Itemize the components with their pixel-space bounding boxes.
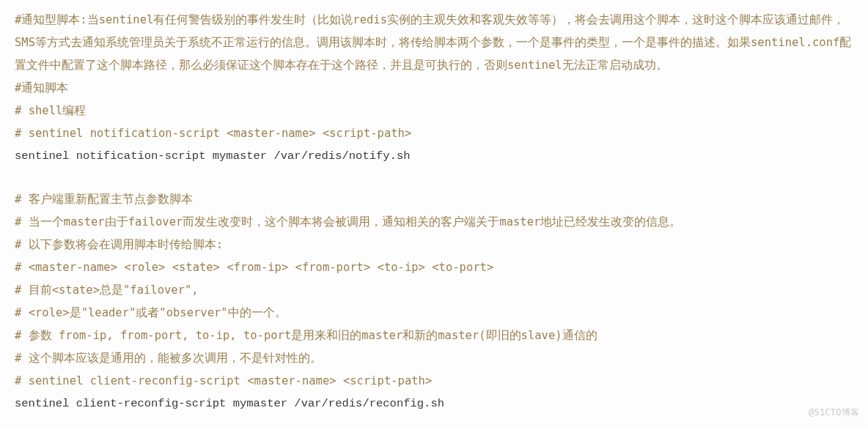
config-code-block: #通知型脚本:当sentinel有任何警告级别的事件发生时（比如说redis实例… xyxy=(15,9,853,415)
comment-line: # 客户端重新配置主节点参数脚本 xyxy=(15,188,853,211)
comment-line: # 参数 from-ip, from-port, to-ip, to-port是… xyxy=(15,324,853,347)
comment-line: # shell编程 xyxy=(15,100,853,122)
code-line: sentinel notification-script mymaster /v… xyxy=(15,145,853,168)
comment-line: # 目前<state>总是"failover", xyxy=(15,279,853,302)
comment-line: # <role>是"leader"或者"observer"中的一个。 xyxy=(15,302,853,324)
comment-line: #通知型脚本:当sentinel有任何警告级别的事件发生时（比如说redis实例… xyxy=(15,9,853,77)
comment-line: # sentinel notification-script <master-n… xyxy=(15,122,853,145)
comment-line: # <master-name> <role> <state> <from-ip>… xyxy=(15,256,853,279)
comment-line: # 当一个master由于failover而发生改变时，这个脚本将会被调用，通知… xyxy=(15,211,853,234)
comment-line: #通知脚本 xyxy=(15,77,853,100)
comment-line: # sentinel client-reconfig-script <maste… xyxy=(15,370,853,393)
comment-line: # 以下参数将会在调用脚本时传给脚本: xyxy=(15,234,853,256)
code-line: sentinel client-reconfig-script mymaster… xyxy=(15,393,853,415)
watermark-text: @51CTO博客 xyxy=(809,404,859,421)
blank-line xyxy=(15,168,853,188)
comment-line: # 这个脚本应该是通用的，能被多次调用，不是针对性的。 xyxy=(15,347,853,370)
